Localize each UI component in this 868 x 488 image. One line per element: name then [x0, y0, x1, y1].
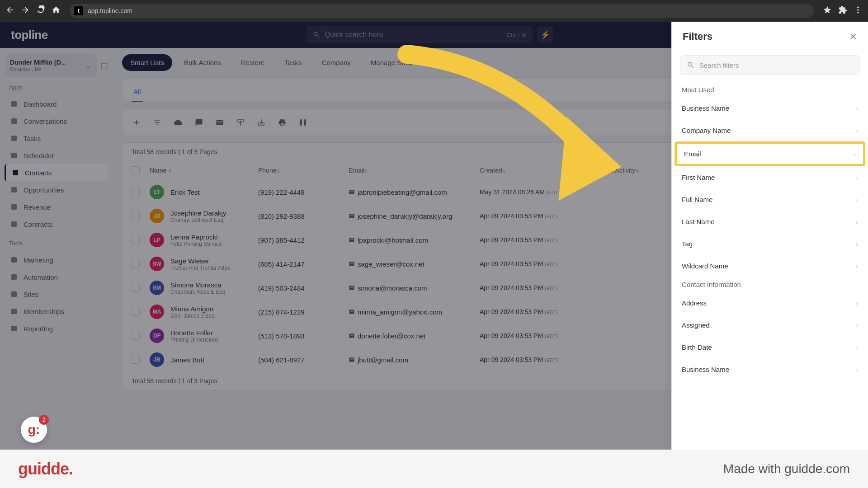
phone: (513) 570-1893 [258, 332, 305, 340]
sidebar-item-contracts[interactable]: Contracts [5, 216, 108, 233]
chevron-down-icon: ⌄ [85, 61, 91, 70]
sidebar-item-scheduler[interactable]: Scheduler [5, 147, 108, 164]
filter-business-name[interactable]: Business Name› [672, 358, 868, 380]
col-name[interactable]: Name [150, 167, 166, 174]
col-email[interactable]: Email [349, 167, 364, 174]
col-created[interactable]: Created [480, 167, 502, 174]
tab-bulk-actions[interactable]: Bulk Actions [176, 54, 229, 71]
tab-tasks[interactable]: Tasks [276, 54, 310, 71]
gear-icon[interactable]: ⚙ [443, 55, 459, 71]
filter-wildcard-name[interactable]: Wildcard Name› [672, 255, 868, 277]
filter-full-name[interactable]: Full Name› [672, 188, 868, 211]
panel-icon[interactable]: ▢ [100, 61, 108, 70]
export-icon[interactable] [236, 117, 245, 127]
email: jbutt@gmail.com [358, 356, 408, 364]
svg-rect-11 [11, 257, 17, 263]
filters-panel: Filters ✕ Search filters Most Used Busin… [671, 22, 868, 450]
email: josephine_darakjy@darakjy.org [358, 212, 452, 220]
row-checkbox[interactable] [132, 260, 140, 268]
filter-tag[interactable]: Tag› [672, 233, 868, 255]
contact-sub: Chapman, Ross E Esq [170, 289, 225, 295]
sidebar-item-tasks[interactable]: Tasks [5, 130, 108, 147]
mail-icon [349, 189, 355, 195]
row-checkbox[interactable] [132, 356, 140, 364]
col-activity[interactable]: Last Activity [602, 167, 635, 174]
global-search[interactable]: Quick search here Ctrl + K [307, 26, 533, 43]
sidebar-item-automation[interactable]: Automation [5, 268, 108, 286]
filters-search-placeholder: Search filters [699, 61, 739, 69]
created: Apr 09 2024 03:53 PM (EDT) [480, 332, 558, 339]
tab-smart-lists[interactable]: Smart Lists [122, 54, 172, 71]
phone: (907) 385-4412 [258, 236, 305, 244]
close-icon[interactable]: ✕ [849, 31, 857, 42]
tab-manage-smart-lists[interactable]: Manage Smart Lists [363, 54, 439, 71]
row-checkbox[interactable] [132, 284, 140, 292]
guidde-logo: guidde. [18, 460, 73, 479]
mail-icon [349, 237, 355, 243]
tab-company[interactable]: Company [314, 54, 359, 71]
filter-company-name[interactable]: Company Name› [672, 119, 868, 141]
badge-count: 2 [39, 415, 49, 425]
filter-address[interactable]: Address› [672, 292, 868, 314]
back-icon[interactable] [5, 5, 14, 16]
sidebar: Dunder Mifflin [D... Scranton, PA ⌄ ▢ Ap… [0, 48, 113, 450]
tab-restore[interactable]: Restore [233, 54, 273, 71]
svg-point-1 [857, 9, 859, 10]
filter-assigned[interactable]: Assigned› [672, 314, 868, 336]
forward-icon[interactable] [21, 5, 30, 16]
select-all-checkbox[interactable] [132, 166, 140, 174]
filters-search[interactable]: Search filters [680, 55, 860, 75]
filter-email[interactable]: Email› [675, 141, 865, 166]
created: Apr 09 2024 03:53 PM (EDT) [480, 260, 558, 267]
sidebar-item-conversations[interactable]: Conversations [5, 113, 108, 130]
mail-icon[interactable] [215, 117, 225, 127]
home-icon[interactable] [52, 5, 61, 16]
reload-icon[interactable] [36, 5, 45, 16]
sidebar-item-memberships[interactable]: Memberships [5, 303, 108, 320]
sidebar-item-contacts[interactable]: Contacts [5, 164, 108, 181]
sidebar-item-opportunities[interactable]: Opportunities [5, 181, 108, 198]
cloud-icon[interactable] [173, 117, 183, 127]
filter-birth-date[interactable]: Birth Date› [672, 336, 868, 358]
tab-all[interactable]: All [132, 84, 143, 102]
created: Apr 09 2024 03:53 PM (EDT) [480, 356, 558, 363]
columns-icon[interactable] [298, 117, 308, 127]
row-checkbox[interactable] [132, 332, 140, 340]
col-phone[interactable]: Phone [258, 167, 276, 174]
extensions-icon[interactable] [838, 5, 847, 16]
filter-last-name[interactable]: Last Name› [672, 211, 868, 233]
url-bar[interactable]: t app.topline.com [70, 4, 814, 18]
filter-first-name[interactable]: First Name› [672, 166, 868, 188]
search-placeholder: Quick search here [325, 31, 383, 39]
sidebar-item-dashboard[interactable]: Dashboard [5, 95, 108, 113]
company-selector[interactable]: Dunder Mifflin [D... Scranton, PA ⌄ [5, 54, 97, 77]
filters-title: Filters [683, 31, 712, 42]
svg-point-2 [857, 12, 859, 13]
svg-rect-7 [13, 170, 18, 175]
phone: (215) 874-1229 [258, 308, 305, 316]
import-icon[interactable] [256, 117, 266, 127]
row-checkbox[interactable] [132, 212, 140, 220]
row-checkbox[interactable] [132, 236, 140, 244]
favicon: t [74, 6, 83, 15]
chevron-right-icon: › [856, 174, 858, 181]
phone: (504) 621-8927 [258, 356, 305, 364]
filter-business-name[interactable]: Business Name› [672, 97, 868, 119]
row-checkbox[interactable] [132, 188, 140, 196]
menu-icon[interactable] [854, 5, 863, 16]
sidebar-item-sites[interactable]: Sites [5, 286, 108, 303]
guidde-badge[interactable]: g: 2 [21, 417, 47, 443]
add-icon[interactable] [132, 117, 142, 127]
sidebar-item-marketing[interactable]: Marketing [5, 251, 108, 268]
star-icon[interactable] [823, 5, 832, 16]
filter-icon[interactable] [152, 117, 162, 127]
message-icon[interactable] [194, 117, 204, 127]
row-checkbox[interactable] [132, 308, 140, 316]
sidebar-item-revenue[interactable]: Revenue [5, 198, 108, 216]
print-icon[interactable] [277, 117, 287, 127]
sidebar-item-reporting[interactable]: Reporting [5, 320, 108, 337]
email: minna_amigon@yahoo.com [358, 308, 442, 316]
quick-actions-button[interactable]: ⚡ [537, 27, 553, 43]
search-icon [687, 61, 695, 69]
avatar: JD [150, 209, 164, 223]
